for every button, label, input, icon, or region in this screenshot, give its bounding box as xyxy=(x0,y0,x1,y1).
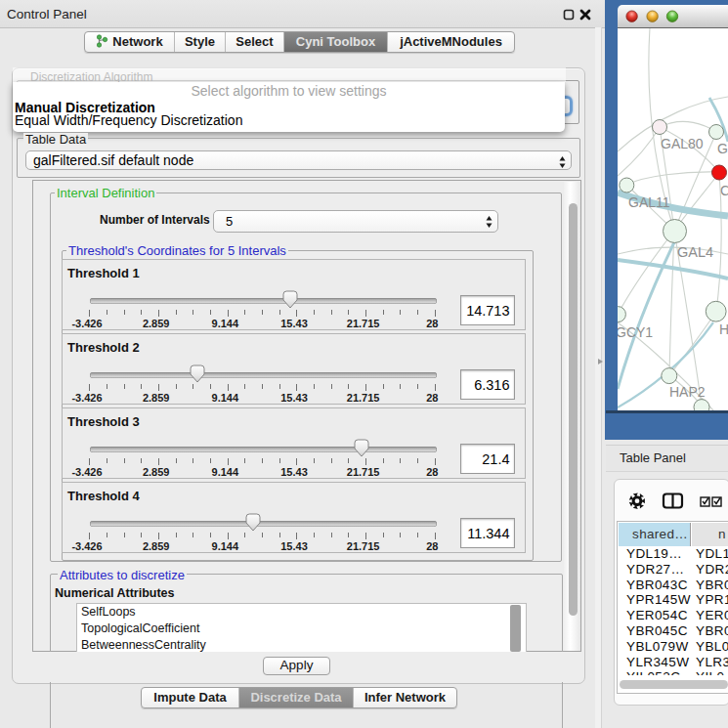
svg-text:GAL4: GAL4 xyxy=(677,244,713,260)
svg-text:HAP2: HAP2 xyxy=(669,384,706,400)
svg-text:GAL80: GAL80 xyxy=(661,136,704,151)
svg-text:GAL11: GAL11 xyxy=(628,194,670,210)
svg-text:C: C xyxy=(720,183,728,198)
svg-text:GCY1: GCY1 xyxy=(618,324,653,340)
svg-text:H: H xyxy=(719,321,728,337)
svg-text:G.: G. xyxy=(717,141,728,156)
